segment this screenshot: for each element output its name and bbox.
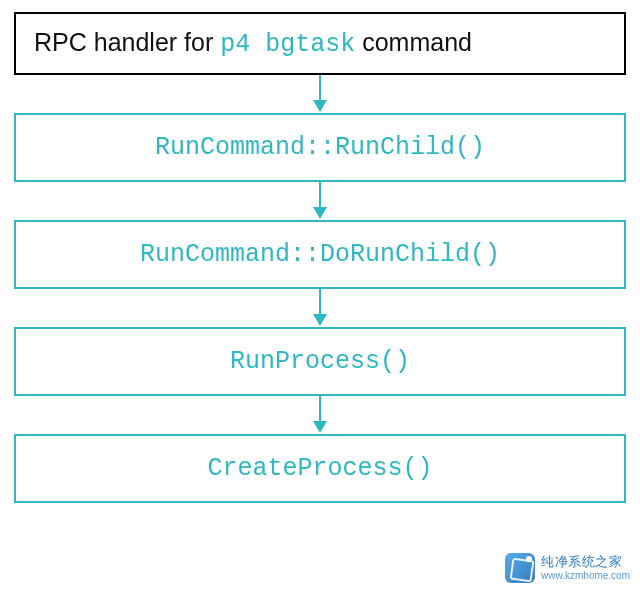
watermark-line2: www.kzmhome.com — [541, 570, 630, 581]
call-flow-diagram: RPC handler for p4 bgtask command RunCom… — [14, 12, 626, 503]
header-suffix: command — [355, 28, 472, 56]
header-prefix: RPC handler for — [34, 28, 220, 56]
step-box-runchild: RunCommand::RunChild() — [14, 113, 626, 182]
watermark-line1: 纯净系统之家 — [541, 555, 630, 569]
step-box-runprocess: RunProcess() — [14, 327, 626, 396]
watermark: 纯净系统之家 www.kzmhome.com — [505, 553, 630, 583]
step-label: CreateProcess() — [207, 454, 432, 483]
arrow-down-icon — [313, 396, 327, 434]
arrow-down-icon — [313, 75, 327, 113]
step-box-header: RPC handler for p4 bgtask command — [14, 12, 626, 75]
step-label: RunProcess() — [230, 347, 410, 376]
step-label: RunCommand::DoRunChild() — [140, 240, 500, 269]
step-box-createprocess: CreateProcess() — [14, 434, 626, 503]
watermark-icon — [505, 553, 535, 583]
step-label: RunCommand::RunChild() — [155, 133, 485, 162]
header-code: p4 bgtask — [220, 30, 355, 59]
step-box-dorunchild: RunCommand::DoRunChild() — [14, 220, 626, 289]
watermark-text: 纯净系统之家 www.kzmhome.com — [541, 555, 630, 580]
arrow-down-icon — [313, 182, 327, 220]
arrow-down-icon — [313, 289, 327, 327]
